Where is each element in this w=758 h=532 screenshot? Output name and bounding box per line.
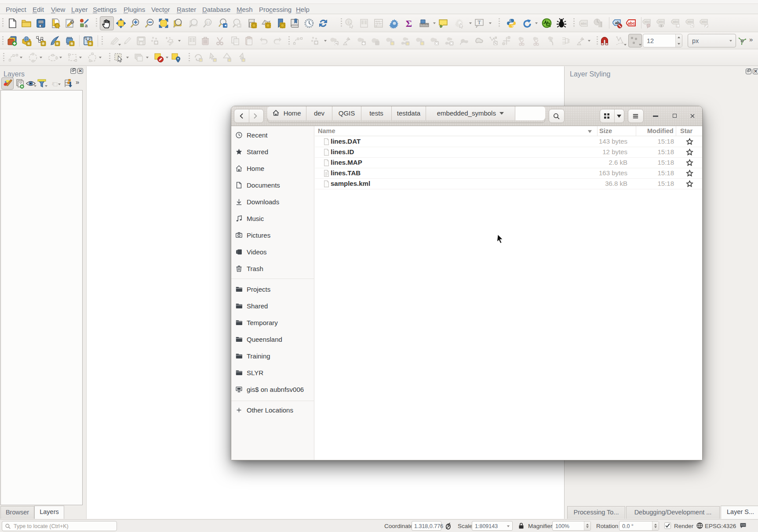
svg-text:Σ: Σ bbox=[406, 18, 412, 29]
svg-text:T: T bbox=[477, 19, 481, 25]
svg-text:abc: abc bbox=[702, 20, 707, 24]
svg-text:abc: abc bbox=[581, 22, 587, 25]
svg-text:1:1: 1:1 bbox=[206, 21, 211, 24]
svg-text:abc: abc bbox=[645, 20, 650, 24]
svg-text:i: i bbox=[348, 20, 350, 25]
svg-text:ε: ε bbox=[52, 80, 55, 87]
svg-text:abc: abc bbox=[659, 20, 664, 24]
svg-text:abc: abc bbox=[688, 20, 693, 24]
svg-text:abc: abc bbox=[673, 20, 679, 24]
svg-text:a: a bbox=[85, 23, 88, 28]
svg-text:abc: abc bbox=[628, 21, 635, 25]
